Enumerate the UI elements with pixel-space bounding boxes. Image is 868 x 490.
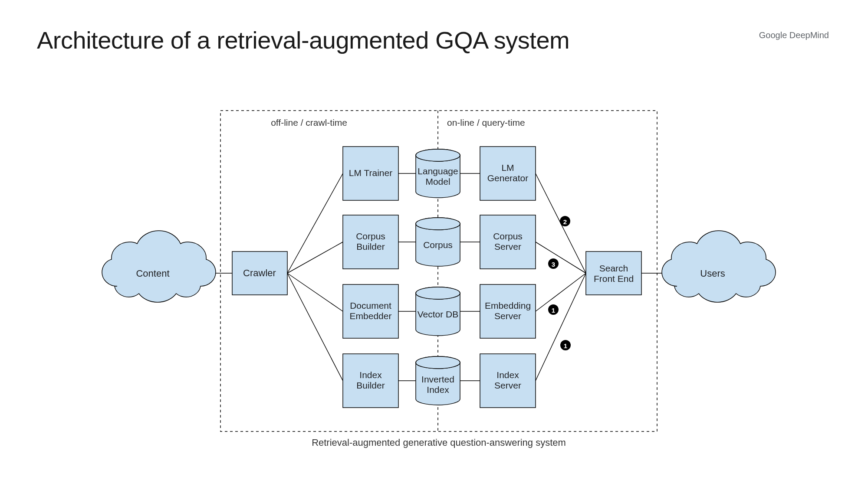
lm-trainer-label: LM Trainer bbox=[349, 168, 392, 178]
vector-db-label: Vector DB bbox=[418, 309, 459, 319]
step-bullet-1b: 1 bbox=[560, 340, 571, 350]
svg-point-1 bbox=[416, 218, 460, 230]
edge-crawler-docembedder bbox=[287, 273, 343, 311]
corpus-label: Corpus bbox=[423, 240, 453, 250]
corpus-server-label-1: Corpus bbox=[493, 231, 523, 241]
content-node bbox=[102, 231, 216, 302]
inverted-index-label-2: Index bbox=[427, 385, 449, 395]
edge-embeddingserver-frontend bbox=[536, 273, 586, 311]
corpus-builder-label-2: Builder bbox=[356, 242, 385, 252]
edge-indexserver-frontend bbox=[536, 273, 586, 381]
lm-generator-label-2: Generator bbox=[487, 173, 529, 183]
language-model-label-2: Model bbox=[425, 176, 450, 186]
search-frontend-label-1: Search bbox=[599, 263, 628, 273]
users-node bbox=[662, 231, 776, 302]
zone-online-label: on-line / query-time bbox=[447, 118, 525, 127]
corpus-builder-label-1: Corpus bbox=[356, 231, 385, 241]
svg-point-0 bbox=[416, 149, 460, 161]
language-model-label-1: Language bbox=[418, 166, 458, 176]
svg-point-3 bbox=[416, 356, 460, 369]
svg-text:1: 1 bbox=[552, 307, 555, 314]
index-builder-label-2: Builder bbox=[356, 380, 385, 390]
users-label: Users bbox=[700, 268, 725, 279]
index-builder-label-1: Index bbox=[359, 370, 382, 380]
embedding-server-label-1: Embedding bbox=[485, 301, 531, 310]
lm-generator-label-1: LM bbox=[501, 163, 514, 173]
content-label: Content bbox=[136, 268, 169, 279]
svg-text:1: 1 bbox=[564, 342, 567, 350]
system-caption: Retrieval-augmented generative question-… bbox=[312, 437, 566, 448]
edge-crawler-indexbuilder bbox=[287, 273, 343, 381]
edge-crawler-lmtrainer bbox=[287, 173, 343, 273]
document-embedder-label-2: Embedder bbox=[350, 311, 392, 321]
index-server-label-1: Index bbox=[496, 370, 519, 380]
document-embedder-label-1: Document bbox=[350, 301, 391, 310]
index-server-label-2: Server bbox=[494, 380, 521, 390]
svg-text:2: 2 bbox=[563, 218, 567, 225]
step-bullet-1a: 1 bbox=[548, 304, 559, 315]
inverted-index-label-1: Inverted bbox=[421, 374, 454, 384]
step-bullet-3: 3 bbox=[548, 258, 559, 269]
search-frontend-node bbox=[586, 252, 641, 295]
diagram-canvas: off-line / crawl-time on-line / query-ti… bbox=[0, 0, 868, 490]
step-bullet-2: 2 bbox=[560, 216, 570, 226]
svg-text:3: 3 bbox=[552, 261, 555, 268]
crawler-label: Crawler bbox=[243, 268, 276, 278]
zone-offline-label: off-line / crawl-time bbox=[271, 118, 347, 127]
corpus-server-label-2: Server bbox=[494, 242, 521, 252]
search-frontend-label-2: Front End bbox=[594, 274, 634, 284]
svg-point-2 bbox=[416, 287, 460, 299]
embedding-server-label-2: Server bbox=[494, 311, 521, 321]
